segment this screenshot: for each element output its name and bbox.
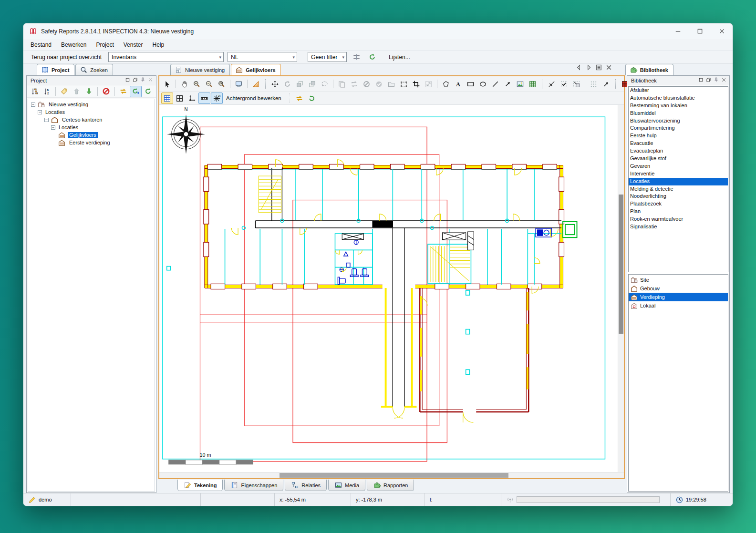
resize-button[interactable] <box>423 78 435 90</box>
arrow-line-button[interactable] <box>502 78 514 90</box>
tree-item-certeso-kantoren[interactable]: −Certeso kantoren <box>29 116 154 123</box>
vertical-scrollbar[interactable] <box>618 105 624 472</box>
filter-settings-button[interactable] <box>351 51 362 63</box>
bottom-tab-eigenschappen[interactable]: Eigenschappen <box>224 480 283 491</box>
tab-project[interactable]: Project <box>37 64 74 75</box>
refresh-button[interactable] <box>142 86 154 97</box>
type-item-site[interactable]: Site <box>629 276 728 284</box>
axes-button[interactable] <box>186 92 198 104</box>
zoom-out-button[interactable] <box>203 78 215 90</box>
maximize-panel-button[interactable] <box>698 77 704 84</box>
filter-combobox[interactable]: Geen filter ▾ <box>308 52 347 62</box>
horizontal-scrollbar[interactable] <box>159 472 624 478</box>
nav-right-button[interactable] <box>585 63 593 73</box>
ellipse-button[interactable] <box>477 78 489 90</box>
refresh-back-button[interactable] <box>306 92 318 104</box>
library-item-locaties[interactable]: Locaties <box>629 178 728 185</box>
language-combobox[interactable]: NL ▾ <box>228 52 297 62</box>
block-gray-button[interactable] <box>361 78 373 90</box>
bottom-tab-rapporten[interactable]: Rapporten <box>367 480 414 491</box>
polygon-button[interactable] <box>440 78 452 90</box>
nav-left-button[interactable] <box>575 63 583 73</box>
minimize-button[interactable] <box>667 23 689 39</box>
image-button[interactable] <box>514 78 526 90</box>
type-item-lokaal[interactable]: Lokaal <box>629 301 728 310</box>
close-x-button[interactable] <box>605 63 613 73</box>
folder-button[interactable] <box>385 78 397 90</box>
rotate-button[interactable] <box>281 78 293 90</box>
grid-button[interactable] <box>161 92 173 104</box>
library-item-blusmiddel[interactable]: Blusmiddel <box>629 110 728 117</box>
menu-help[interactable]: Help <box>148 40 168 50</box>
horizontal-scrollbar-thumb[interactable] <box>280 473 508 478</box>
tree-expander[interactable]: − <box>31 102 35 107</box>
close-button[interactable] <box>711 23 733 39</box>
tab-gelijkvloers[interactable]: Gelijkvloers <box>231 64 280 75</box>
library-item-rook-en-warmteafvoer[interactable]: Rook-en warmteafvoer <box>629 215 728 223</box>
pan-button[interactable] <box>178 78 190 90</box>
library-item-compartimentering[interactable]: Compartimentering <box>629 124 728 132</box>
library-item-eerste-hulp[interactable]: Eerste hulp <box>629 132 728 140</box>
tree-item-eerste-verdieping[interactable]: Eerste verdieping <box>29 139 154 146</box>
move-down-button[interactable] <box>83 86 95 97</box>
lasso-button[interactable] <box>319 78 331 90</box>
library-item-afsluiter[interactable]: Afsluiter <box>629 87 728 94</box>
scale-ruler-button[interactable] <box>250 78 262 90</box>
close-panel-button[interactable] <box>721 77 727 84</box>
snap-point-button[interactable] <box>546 78 558 90</box>
library-item-automatische-blusinstallatie[interactable]: Automatische blusinstallatie <box>629 94 728 102</box>
close-panel-button[interactable] <box>147 77 154 84</box>
menu-project[interactable]: Project <box>92 40 118 50</box>
marquee-button[interactable] <box>398 78 410 90</box>
copy-button[interactable] <box>336 78 348 90</box>
restore-panel-button[interactable] <box>705 77 712 84</box>
library-item-bestemming-van-lokalen[interactable]: Bestemming van lokalen <box>629 102 728 110</box>
fit-grid-button[interactable] <box>174 92 186 104</box>
refresh-add-button[interactable] <box>130 86 142 97</box>
library-item-gevaarlijke-stof[interactable]: Gevaarlijke stof <box>629 155 728 163</box>
bring-front-button[interactable] <box>306 78 318 90</box>
vertical-scrollbar-thumb[interactable] <box>619 195 623 334</box>
pin-panel-button[interactable] <box>713 77 719 84</box>
rect-button[interactable] <box>465 78 476 90</box>
arrow-ne-button[interactable] <box>600 78 612 90</box>
menu-bestand[interactable]: Bestand <box>26 40 56 50</box>
swap-button[interactable] <box>117 86 129 97</box>
library-item-bluswatervoorziening[interactable]: Bluswatervoorziening <box>629 117 728 125</box>
tree-sort-button[interactable] <box>29 86 41 97</box>
line-button[interactable] <box>489 78 501 90</box>
text-button[interactable]: A <box>452 78 464 90</box>
tree-item-locaties[interactable]: −Locaties <box>29 123 154 131</box>
tree-expander[interactable]: − <box>38 110 42 114</box>
menu-venster[interactable]: Venster <box>119 40 147 50</box>
bottom-tab-relaties[interactable]: Relaties <box>285 480 327 491</box>
drawing-canvas[interactable]: N <box>159 105 618 472</box>
tree-item-gelijkvloers[interactable]: Gelijkvloers <box>29 131 154 139</box>
type-item-gebouw[interactable]: Gebouw <box>629 284 728 293</box>
snap-check-button[interactable] <box>558 78 570 90</box>
tree-item-nieuwe-vestiging[interactable]: −Nieuwe vestiging <box>29 101 154 108</box>
library-item-signalisatie[interactable]: Signalisatie <box>629 223 728 231</box>
library-item-interventie[interactable]: Interventie <box>629 170 728 178</box>
library-item-evacuatie[interactable]: Evacuatie <box>629 140 728 147</box>
crop-button[interactable] <box>410 78 422 90</box>
snap-star-button[interactable]: N <box>211 92 223 104</box>
library-item-evacuatieplan[interactable]: Evacuatieplan <box>629 147 728 155</box>
pin-panel-button[interactable] <box>140 77 146 84</box>
library-item-melding-detectie[interactable]: Melding & detectie <box>629 185 728 193</box>
zoom-window-button[interactable] <box>216 78 228 90</box>
bottom-tab-media[interactable]: Media <box>328 480 365 491</box>
library-item-plaatsbezoek[interactable]: Plaatsbezoek <box>629 200 728 208</box>
screen-button[interactable] <box>233 78 245 90</box>
snap-move-button[interactable] <box>570 78 582 90</box>
send-back-button[interactable] <box>294 78 306 90</box>
inventory-combobox[interactable]: Inventaris ▾ <box>108 52 224 62</box>
tab-zoeken[interactable]: Zoeken <box>75 64 113 75</box>
floor-plan-svg[interactable]: N <box>159 105 618 472</box>
tag-edit-button[interactable] <box>58 86 70 97</box>
tab-nieuwe-vestiging[interactable]: Nieuwe vestiging <box>170 64 230 75</box>
alpha-sort-button[interactable]: az <box>41 86 53 97</box>
type-item-verdieping[interactable]: Verdieping <box>629 293 728 301</box>
nav-list-button[interactable] <box>595 63 603 73</box>
maximize-panel-button[interactable] <box>124 77 131 84</box>
